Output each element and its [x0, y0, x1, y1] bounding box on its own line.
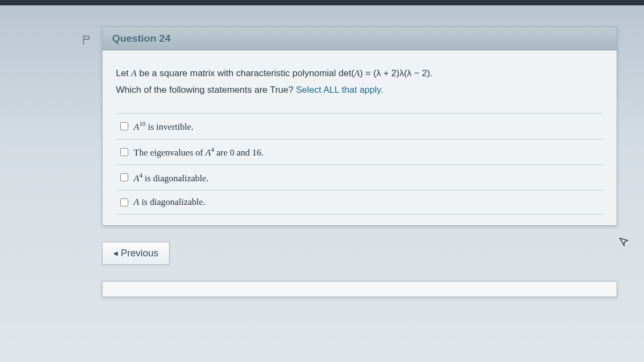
options-list: A10 is invertible. The eigenvalues of A4… — [116, 113, 603, 215]
window-top-bar — [0, 0, 644, 5]
option-row[interactable]: A10 is invertible. — [116, 114, 603, 139]
option-checkbox-3[interactable] — [120, 173, 128, 181]
prompt-text-segment: be a square matrix with characteristic p… — [137, 68, 354, 78]
cursor-icon — [618, 235, 632, 252]
option-label: A is diagonalizable. — [134, 197, 206, 208]
option-row[interactable]: A is diagonalizable. — [116, 190, 603, 215]
question-card: Question 24 Let A be a square matrix wit… — [102, 27, 617, 226]
option-label: The eigenvalues of A4 are 0 and 16. — [134, 146, 264, 158]
question-body: Let A be a square matrix with characteri… — [103, 50, 617, 225]
flag-icon[interactable] — [81, 34, 94, 47]
option-label: A4 is diagonalizable. — [134, 172, 209, 184]
option-row[interactable]: A4 is diagonalizable. — [116, 165, 603, 191]
previous-button-label: Previous — [121, 248, 158, 259]
option-checkbox-4[interactable] — [120, 198, 128, 206]
content-area: Question 24 Let A be a square matrix wit… — [0, 5, 644, 297]
previous-button[interactable]: ◀ Previous — [102, 242, 170, 265]
math-A2: A — [354, 68, 360, 78]
question-header: Question 24 — [103, 27, 617, 50]
prompt-highlight: Select ALL that apply. — [296, 85, 383, 95]
prompt-text-segment: Let — [116, 68, 131, 78]
prompt-text-segment: Which of the following statements are Tr… — [116, 85, 296, 95]
option-checkbox-2[interactable] — [120, 148, 128, 156]
option-checkbox-1[interactable] — [120, 122, 128, 130]
next-card-peek — [102, 281, 617, 297]
option-label: A10 is invertible. — [134, 120, 194, 132]
chevron-left-icon: ◀ — [113, 250, 118, 257]
option-row[interactable]: The eigenvalues of A4 are 0 and 16. — [116, 139, 603, 165]
question-number: Question 24 — [112, 33, 171, 44]
math-A: A — [131, 68, 136, 78]
prompt-text-segment: ) = (λ + 2)λ(λ − 2). — [360, 68, 433, 78]
nav-row: ◀ Previous — [102, 242, 644, 265]
question-prompt: Let A be a square matrix with characteri… — [116, 65, 603, 98]
